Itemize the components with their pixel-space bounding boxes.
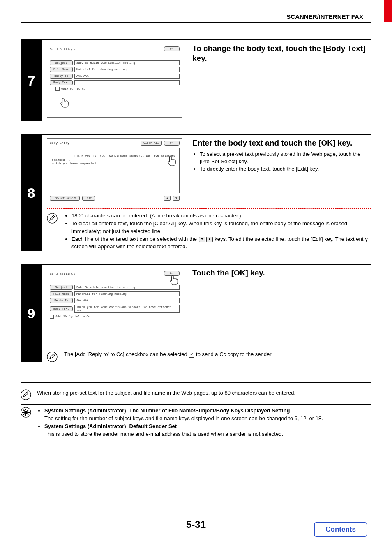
mock-subject-btn[interactable]: Subject: [50, 285, 73, 290]
down-arrow-icon: ▼: [199, 237, 205, 242]
mock-ok-btn[interactable]: OK: [164, 271, 180, 276]
mock-replyto-btn[interactable]: Reply-To: [50, 74, 73, 79]
mock-subject-val: Sub: Schedule coordination meeting: [74, 60, 180, 65]
chapter-tab: [384, 0, 392, 22]
note-text: to send a Cc copy to the sender.: [196, 351, 272, 357]
mock-subject-btn[interactable]: Subject: [50, 60, 73, 65]
hand-cursor-icon: [60, 97, 69, 108]
footer-notes: When storing pre-set text for the subjec…: [21, 382, 371, 442]
svg-point-2: [21, 390, 31, 400]
mock-filename-btn[interactable]: File Name: [50, 291, 73, 296]
page-header: SCANNER/INTERNET FAX: [286, 13, 363, 20]
header-rule: [21, 22, 371, 23]
note-bullet: To clear all entered text, touch the [Cl…: [71, 220, 371, 236]
step-8-instruction: Enter the body text and touch the [OK] k…: [192, 138, 371, 148]
svg-line-11: [27, 410, 28, 411]
mock-filename-val: Material for planning meeting: [74, 291, 180, 296]
pencil-note-icon: [47, 213, 58, 224]
pencil-note-icon: [21, 389, 31, 400]
dashed-separator: [47, 208, 371, 209]
mock-send-settings-9: Send Settings OK Subject Sub: Schedule c…: [47, 268, 182, 342]
step-number: 9: [21, 265, 42, 362]
mock-body-textarea[interactable]: Thank you for your continuous support. W…: [50, 148, 180, 193]
mock-clearall-btn[interactable]: Clear All: [141, 141, 162, 146]
mock-down-arrow-btn[interactable]: ▼: [173, 196, 180, 201]
dashed-separator: [47, 347, 371, 347]
step-9-note: The [Add 'Reply to' to Cc] checkbox can …: [42, 351, 371, 362]
footer-gear-item: System Settings (Administrator): Default…: [44, 423, 323, 438]
mock-title: Body Entry: [50, 141, 69, 145]
note-text: The [Add 'Reply to' to Cc] checkbox can …: [64, 351, 189, 357]
step-8: 8 Body Entry Clear All OK Thank you for …: [21, 134, 371, 251]
contents-button[interactable]: Contents: [314, 522, 367, 537]
mock-cc-label: eply-to' to Cc: [61, 87, 85, 90]
step-7: 7 Send Settings OK Subject Sub: Schedule…: [21, 39, 371, 121]
mock-body-entry: Body Entry Clear All OK Thank you for yo…: [47, 138, 182, 204]
svg-line-12: [23, 414, 25, 415]
svg-point-0: [47, 213, 57, 223]
svg-point-1: [47, 352, 57, 362]
gear-note-icon: [21, 407, 31, 418]
mock-filename-btn[interactable]: File Name: [50, 67, 73, 72]
mock-replyto-val: AAA AAA: [74, 74, 180, 79]
footer-gear-item: System Settings (Administrator): The Num…: [44, 407, 323, 423]
up-arrow-icon: ▲: [206, 237, 213, 242]
step-8-bullets: To select a pre-set text previously stor…: [192, 150, 371, 173]
footer-pencil-text: When storing pre-set text for the subjec…: [37, 389, 295, 397]
step-number: 8: [21, 135, 42, 251]
mock-replyto-btn[interactable]: Reply-To: [50, 298, 73, 303]
mock-title: Send Settings: [50, 47, 75, 51]
mock-cc-label: Add 'Reply-to' to Cc: [55, 315, 90, 318]
mock-cc-checkbox[interactable]: [50, 314, 54, 319]
step-9-instruction: Touch the [OK] key.: [192, 268, 371, 278]
mock-bodytext-btn[interactable]: Body Text: [50, 80, 73, 85]
step-7-instruction: To change the body text, touch the [Body…: [192, 44, 371, 63]
step-9: 9 Send Settings OK Subject Sub: Schedule…: [21, 264, 371, 362]
mock-send-settings-7: Send Settings OK Subject Sub: Schedule c…: [47, 44, 182, 118]
svg-point-4: [24, 411, 28, 414]
svg-line-10: [27, 414, 28, 415]
step-number: 7: [21, 40, 42, 121]
mock-bodytext-btn[interactable]: Body Text: [50, 306, 73, 311]
mock-title: Send Settings: [50, 272, 75, 275]
mock-edit-btn[interactable]: Edit: [82, 196, 95, 201]
mock-replyto-val: AAA AAA: [74, 298, 180, 303]
mock-filename-val: Material for planning meeting: [74, 67, 180, 72]
svg-line-9: [23, 410, 25, 411]
checked-checkbox-icon: ✓: [189, 352, 194, 358]
step-8-note: 1800 characters can be entered. (A line …: [42, 212, 371, 251]
mock-ok-btn[interactable]: OK: [164, 141, 180, 146]
note-bullet: Each line of the entered text can be sel…: [71, 236, 371, 251]
mock-bodytext-val: Thank you for your continuous support. W…: [74, 305, 180, 313]
mock-bodytext-val: [74, 80, 180, 85]
mock-cc-checkbox[interactable]: [55, 87, 60, 91]
pencil-note-icon: [47, 352, 58, 362]
mock-subject-val: Sub: Schedule coordination meeting: [74, 285, 180, 290]
note-bullet: 1800 characters can be entered. (A line …: [71, 212, 371, 220]
mock-up-arrow-btn[interactable]: ▲: [164, 196, 171, 201]
mock-preset-btn[interactable]: Pre-Set Select: [50, 196, 80, 201]
mock-ok-btn[interactable]: OK: [164, 46, 180, 51]
